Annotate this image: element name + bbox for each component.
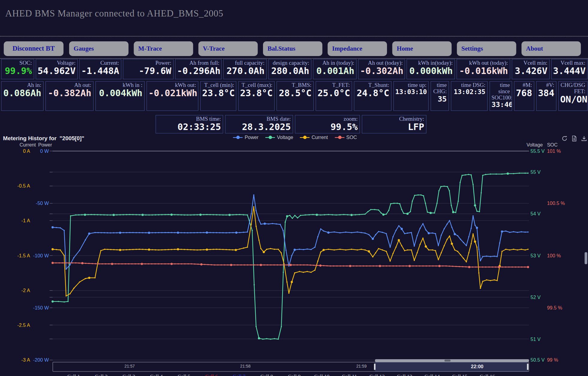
download-icon[interactable]: [581, 135, 587, 142]
data-point: [161, 214, 162, 215]
data-point: [466, 245, 467, 246]
cell-toggle-9[interactable]: Cell 9: [281, 374, 307, 376]
data-point: [472, 215, 474, 216]
navigator-time-21-59: 21:59: [350, 364, 373, 368]
cell-toggle-3[interactable]: Cell 3: [116, 374, 142, 376]
data-point: [164, 249, 166, 250]
toolbar: Disconnect BTGaugesM-TraceV-TraceBal.Sta…: [0, 37, 588, 59]
data-point: [129, 232, 130, 233]
data-point: [390, 203, 391, 204]
navigator-handle-right[interactable]: [527, 363, 529, 370]
data-point: [334, 249, 335, 250]
data-point: [64, 230, 65, 231]
cell-toggle-15[interactable]: Cell 15: [447, 374, 473, 376]
data-point: [254, 264, 255, 265]
data-point: [336, 265, 338, 267]
legend-item-power[interactable]: Power: [233, 135, 259, 140]
data-point: [168, 249, 169, 250]
cell-toggle-7[interactable]: Cell 7: [226, 374, 252, 376]
data-point: [310, 265, 311, 266]
cell-toggle-6[interactable]: Cell 6: [198, 374, 225, 376]
cell-toggle-5[interactable]: Cell 5: [171, 374, 197, 376]
data-point: [128, 263, 129, 265]
stat-value: 23.8°C: [202, 88, 234, 99]
toolbar-button-v-trace[interactable]: V-Trace: [198, 41, 258, 56]
cell-toggle-10[interactable]: Cell 10: [309, 374, 335, 376]
cell-toggle-14[interactable]: Cell 14: [419, 374, 445, 376]
toolbar-button-about[interactable]: About: [522, 41, 581, 56]
data-point: [72, 262, 73, 263]
toolbar-button-settings[interactable]: Settings: [457, 41, 516, 56]
data-point: [294, 249, 296, 251]
cell-toggle-13[interactable]: Cell 13: [392, 374, 418, 376]
report-icon[interactable]: [571, 135, 578, 142]
data-point: [94, 232, 96, 233]
toolbar-button-bal-status[interactable]: Bal.Status: [263, 41, 322, 56]
data-point: [417, 235, 418, 236]
data-point: [168, 214, 169, 215]
navigator-handle-left[interactable]: [374, 363, 376, 370]
cell-toggle-1[interactable]: Cell 1: [61, 374, 87, 376]
data-point: [316, 214, 318, 216]
data-point: [497, 256, 498, 257]
cell-toggle-11[interactable]: Cell 11: [336, 374, 363, 376]
data-point: [490, 173, 491, 175]
data-point: [527, 232, 529, 233]
stat-value: 0.004kWh: [97, 88, 143, 99]
data-point: [260, 264, 262, 266]
data-point: [184, 214, 185, 215]
data-point: [132, 232, 134, 233]
cell-toggle-8[interactable]: Cell 8: [253, 374, 280, 376]
legend-item-voltage[interactable]: Voltage: [265, 135, 293, 140]
data-point: [517, 232, 518, 233]
data-point: [309, 214, 310, 215]
navigator-scrollbar[interactable]: [375, 359, 529, 362]
data-point: [474, 225, 476, 226]
cell-toggle-4[interactable]: Cell 4: [143, 374, 170, 376]
data-point: [455, 266, 457, 267]
data-point: [266, 338, 267, 339]
data-point: [98, 263, 99, 265]
window-scrollbar-thumb[interactable]: [585, 252, 587, 264]
toolbar-button-gauges[interactable]: Gauges: [69, 41, 129, 56]
data-point: [404, 250, 405, 251]
toolbar-button-impedance[interactable]: Impedance: [328, 41, 387, 56]
data-point: [312, 214, 314, 215]
data-point: [152, 249, 153, 250]
data-point: [56, 227, 57, 228]
data-point: [509, 249, 510, 250]
legend-item-current[interactable]: Current: [300, 135, 328, 140]
data-point: [509, 232, 510, 233]
data-point: [293, 264, 294, 265]
refresh-icon[interactable]: [561, 135, 568, 142]
cell-toggle-16[interactable]: Cell 16: [474, 374, 501, 376]
data-point: [187, 232, 188, 233]
toolbar-button-m-trace[interactable]: M-Trace: [134, 41, 193, 56]
axis-label-power: -50 W: [36, 200, 49, 206]
data-point: [277, 264, 278, 265]
toolbar-button-home[interactable]: Home: [392, 41, 451, 56]
data-point: [418, 194, 419, 196]
data-point: [373, 265, 374, 267]
data-point: [495, 266, 496, 268]
cell-toggle-2[interactable]: Cell 2: [88, 374, 114, 376]
data-point: [131, 263, 133, 265]
data-point: [184, 232, 185, 233]
cell-toggle-12[interactable]: Cell 12: [364, 374, 390, 376]
toolbar-button-disconnect-bt[interactable]: Disconnect BT: [4, 41, 64, 56]
data-point: [181, 263, 182, 265]
data-point: [155, 232, 156, 233]
data-point: [411, 249, 412, 250]
navigator-scrollbar-thumb[interactable]: [445, 360, 451, 361]
stat-value: 54.962V: [37, 66, 75, 76]
data-point: [222, 214, 223, 215]
stat-cell-chg-dsg-fet: CHG/DSG FET:ON/ON: [558, 81, 588, 111]
data-point: [283, 264, 285, 265]
data-point: [449, 265, 450, 267]
data-point: [187, 215, 188, 216]
stat-label: SOC:: [3, 60, 32, 66]
metering-chart-plot[interactable]: 0 A-0.5 A-1 A-1.5 A-2 A-2.5 A-3 A0 W-50 …: [0, 143, 588, 376]
legend-item-soc[interactable]: SOC: [335, 135, 357, 140]
stat-label: kWh in :: [97, 82, 143, 88]
data-point: [428, 249, 429, 250]
